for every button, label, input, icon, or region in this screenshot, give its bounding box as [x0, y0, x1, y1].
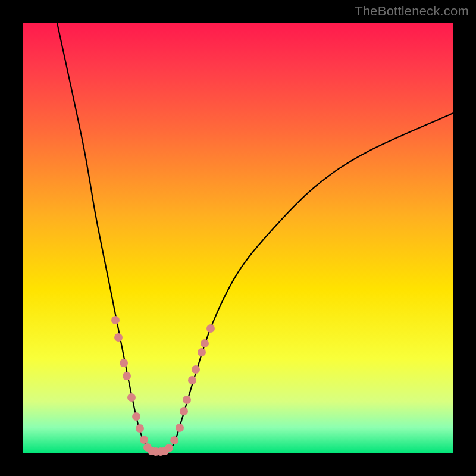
data-marker [111, 316, 120, 324]
data-marker [120, 359, 128, 367]
data-marker [136, 424, 144, 433]
data-marker [176, 424, 184, 432]
data-marker [188, 376, 196, 384]
data-marker [201, 339, 209, 347]
data-marker [183, 396, 191, 404]
data-marker [123, 372, 131, 380]
data-marker [170, 436, 178, 444]
data-marker [180, 407, 188, 415]
data-marker [127, 393, 136, 402]
data-marker [114, 333, 123, 342]
data-marker [198, 348, 206, 356]
data-marker [165, 444, 173, 452]
data-marker [132, 412, 140, 421]
bottleneck-curve [57, 23, 453, 452]
data-marker [192, 365, 200, 374]
data-marker [140, 436, 148, 444]
watermark-text: TheBottleneck.com [355, 4, 469, 19]
data-marker [206, 324, 215, 333]
curve-layer [23, 23, 453, 453]
